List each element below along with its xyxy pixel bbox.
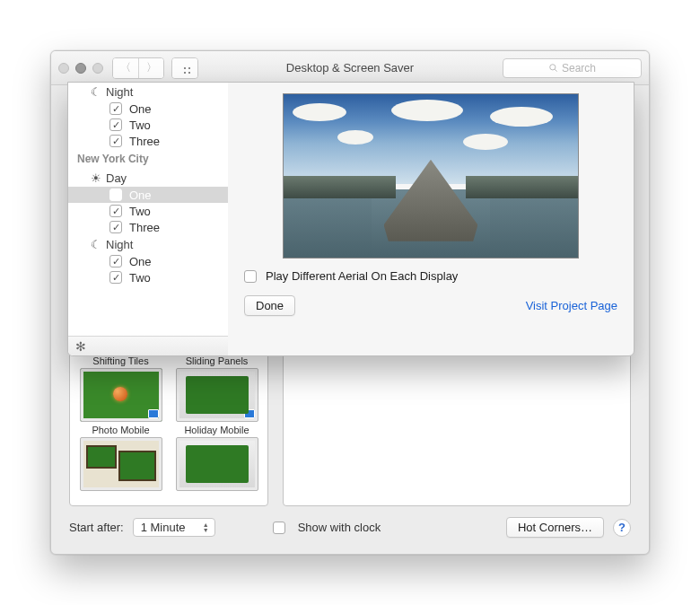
aerial-options-sheet: ☾Night One Two Three New York City ☀Day … bbox=[67, 82, 634, 356]
video-row[interactable]: Three bbox=[68, 219, 228, 235]
start-after-label: Start after: bbox=[69, 521, 124, 534]
thumbnail bbox=[176, 437, 258, 491]
show-with-clock-checkbox[interactable] bbox=[273, 522, 285, 534]
zoom-button[interactable] bbox=[92, 63, 103, 74]
nav-buttons: 〈 〉 bbox=[112, 57, 164, 79]
video-row[interactable]: Two bbox=[68, 117, 228, 133]
saver-item-sliding-panels[interactable]: Sliding Panels bbox=[171, 355, 262, 366]
saver-item-holiday-mobile[interactable]: Holiday Mobile bbox=[171, 368, 262, 435]
close-button[interactable] bbox=[58, 63, 69, 74]
video-checkbox[interactable] bbox=[109, 135, 122, 147]
titlebar: 〈 〉 Desktop & Screen Saver Search bbox=[51, 51, 649, 85]
minimize-button[interactable] bbox=[75, 63, 86, 74]
help-button[interactable]: ? bbox=[613, 519, 631, 537]
stepper-icon: ▲▼ bbox=[203, 522, 209, 533]
forward-button[interactable]: 〉 bbox=[138, 58, 163, 78]
video-checkbox[interactable] bbox=[109, 221, 122, 233]
saver-item[interactable] bbox=[75, 437, 166, 494]
moon-icon: ☾ bbox=[90, 238, 102, 251]
video-checkbox[interactable] bbox=[109, 102, 122, 115]
search-icon bbox=[548, 63, 558, 73]
video-row[interactable]: Three bbox=[68, 133, 228, 149]
video-checkbox[interactable] bbox=[109, 255, 122, 267]
saver-item-shifting-tiles[interactable]: Shifting Tiles bbox=[75, 355, 166, 366]
city-header[interactable]: New York City bbox=[68, 149, 228, 169]
search-field[interactable]: Search bbox=[503, 58, 642, 78]
thumbnail bbox=[80, 437, 162, 491]
show-all-button[interactable] bbox=[171, 57, 198, 79]
video-row[interactable]: One bbox=[68, 101, 228, 117]
gear-icon[interactable]: ✻ bbox=[75, 339, 86, 354]
video-checkbox[interactable] bbox=[109, 118, 122, 131]
aerial-preview-image bbox=[283, 93, 579, 259]
video-row[interactable]: Two bbox=[68, 269, 228, 285]
list-footer: ✻ bbox=[68, 336, 228, 355]
saver-item-photo-mobile[interactable]: Photo Mobile bbox=[75, 368, 166, 435]
svg-line-1 bbox=[555, 69, 556, 71]
time-group-day[interactable]: ☀Day bbox=[68, 169, 228, 187]
visit-project-link[interactable]: Visit Project Page bbox=[526, 299, 617, 312]
back-button[interactable]: 〈 bbox=[113, 58, 138, 78]
done-button[interactable]: Done bbox=[244, 295, 295, 316]
hot-corners-button[interactable]: Hot Corners… bbox=[506, 517, 604, 538]
start-after-select[interactable]: 1 Minute ▲▼ bbox=[133, 518, 215, 537]
play-different-checkbox[interactable] bbox=[244, 270, 257, 283]
chevron-left-icon: 〈 bbox=[120, 60, 131, 75]
system-preferences-window: 〈 〉 Desktop & Screen Saver Search Shifti… bbox=[50, 50, 650, 555]
svg-point-0 bbox=[550, 65, 556, 70]
play-different-label: Play Different Aerial On Each Display bbox=[266, 269, 458, 283]
video-row-selected[interactable]: One bbox=[68, 187, 228, 203]
video-row[interactable]: Two bbox=[68, 203, 228, 219]
video-checkbox[interactable] bbox=[109, 271, 122, 284]
video-row[interactable]: One bbox=[68, 253, 228, 269]
time-group-night[interactable]: ☾Night bbox=[68, 83, 228, 101]
search-placeholder: Search bbox=[562, 62, 596, 75]
bottom-controls: Start after: 1 Minute ▲▼ Show with clock… bbox=[69, 506, 631, 538]
aerial-video-list[interactable]: ☾Night One Two Three New York City ☀Day … bbox=[68, 83, 228, 355]
video-checkbox[interactable] bbox=[109, 189, 122, 201]
time-group-night[interactable]: ☾Night bbox=[68, 235, 228, 253]
saver-item[interactable] bbox=[171, 437, 262, 494]
window-controls bbox=[58, 63, 103, 74]
moon-icon: ☾ bbox=[90, 85, 102, 99]
grid-icon bbox=[179, 63, 190, 74]
show-with-clock-label: Show with clock bbox=[298, 521, 381, 534]
thumbnail bbox=[176, 368, 258, 422]
thumbnail bbox=[80, 368, 162, 422]
video-checkbox[interactable] bbox=[109, 205, 122, 217]
chevron-right-icon: 〉 bbox=[146, 60, 157, 75]
sun-icon: ☀ bbox=[90, 171, 102, 185]
